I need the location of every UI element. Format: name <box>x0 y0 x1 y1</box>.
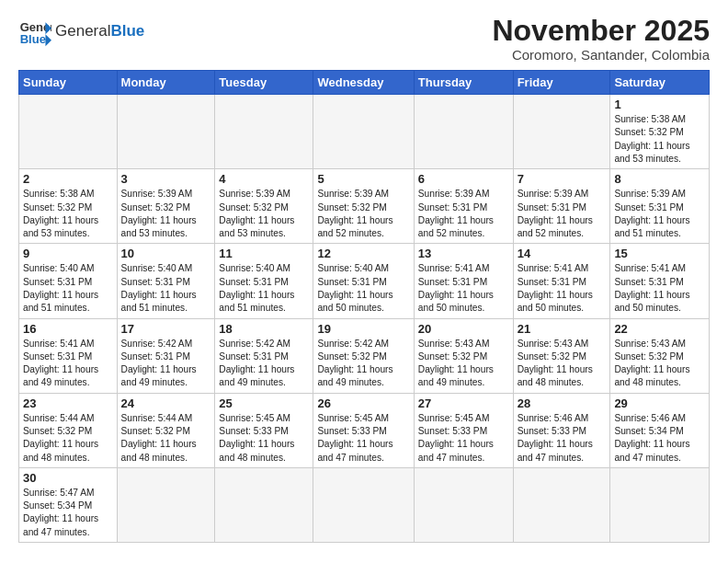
day-content: Sunrise: 5:39 AMSunset: 5:31 PMDaylight:… <box>518 188 607 240</box>
calendar-cell <box>215 95 313 169</box>
day-content: Sunrise: 5:45 AMSunset: 5:33 PMDaylight:… <box>219 412 309 465</box>
calendar-cell: 25Sunrise: 5:45 AMSunset: 5:33 PMDayligh… <box>215 393 313 467</box>
calendar-cell: 12Sunrise: 5:40 AMSunset: 5:31 PMDayligh… <box>313 244 414 318</box>
calendar-cell: 2Sunrise: 5:38 AMSunset: 5:32 PMDaylight… <box>19 169 118 244</box>
calendar-cell: 4Sunrise: 5:39 AMSunset: 5:32 PMDaylight… <box>215 169 313 244</box>
calendar-header-row: Sunday Monday Tuesday Wednesday Thursday… <box>19 71 710 95</box>
calendar-cell: 15Sunrise: 5:41 AMSunset: 5:31 PMDayligh… <box>610 244 710 318</box>
day-content: Sunrise: 5:43 AMSunset: 5:32 PMDaylight:… <box>518 338 607 390</box>
day-content: Sunrise: 5:41 AMSunset: 5:31 PMDaylight:… <box>418 262 509 315</box>
calendar-cell: 16Sunrise: 5:41 AMSunset: 5:31 PMDayligh… <box>19 318 118 393</box>
day-number: 13 <box>418 247 509 260</box>
calendar-cell: 9Sunrise: 5:40 AMSunset: 5:31 PMDaylight… <box>19 244 118 318</box>
day-content: Sunrise: 5:44 AMSunset: 5:32 PMDaylight:… <box>121 412 211 465</box>
day-content: Sunrise: 5:43 AMSunset: 5:32 PMDaylight:… <box>614 338 705 390</box>
col-friday: Friday <box>513 71 610 95</box>
day-content: Sunrise: 5:40 AMSunset: 5:31 PMDaylight:… <box>23 262 113 315</box>
calendar: Sunday Monday Tuesday Wednesday Thursday… <box>18 70 710 543</box>
day-number: 5 <box>317 172 409 186</box>
month-title: November 2025 <box>492 15 710 47</box>
calendar-cell: 8Sunrise: 5:39 AMSunset: 5:31 PMDaylight… <box>610 169 710 244</box>
calendar-cell <box>414 467 513 542</box>
day-number: 29 <box>614 396 705 410</box>
location: Coromoro, Santander, Colombia <box>492 47 710 63</box>
calendar-cell: 22Sunrise: 5:43 AMSunset: 5:32 PMDayligh… <box>610 318 710 393</box>
calendar-cell <box>313 95 414 169</box>
calendar-cell <box>117 95 215 169</box>
day-content: Sunrise: 5:39 AMSunset: 5:31 PMDaylight:… <box>614 188 705 240</box>
day-number: 25 <box>219 396 309 410</box>
calendar-cell <box>313 467 414 542</box>
day-number: 14 <box>518 247 607 260</box>
calendar-cell: 23Sunrise: 5:44 AMSunset: 5:32 PMDayligh… <box>19 393 118 467</box>
col-saturday: Saturday <box>610 71 710 95</box>
day-content: Sunrise: 5:46 AMSunset: 5:33 PMDaylight:… <box>518 412 607 465</box>
calendar-cell: 14Sunrise: 5:41 AMSunset: 5:31 PMDayligh… <box>513 244 610 318</box>
day-number: 3 <box>121 172 211 186</box>
logo: General Blue GeneralBlue <box>18 15 144 48</box>
page: General Blue GeneralBlue November 2025 C… <box>0 0 728 557</box>
calendar-cell: 11Sunrise: 5:40 AMSunset: 5:31 PMDayligh… <box>215 244 313 318</box>
calendar-cell: 24Sunrise: 5:44 AMSunset: 5:32 PMDayligh… <box>117 393 215 467</box>
calendar-week-3: 16Sunrise: 5:41 AMSunset: 5:31 PMDayligh… <box>19 318 710 393</box>
day-number: 19 <box>317 322 409 336</box>
calendar-cell: 26Sunrise: 5:45 AMSunset: 5:33 PMDayligh… <box>313 393 414 467</box>
day-number: 28 <box>518 396 607 410</box>
day-number: 30 <box>23 471 113 485</box>
day-content: Sunrise: 5:47 AMSunset: 5:34 PMDaylight:… <box>23 487 113 539</box>
calendar-cell: 28Sunrise: 5:46 AMSunset: 5:33 PMDayligh… <box>513 393 610 467</box>
calendar-cell: 27Sunrise: 5:45 AMSunset: 5:33 PMDayligh… <box>414 393 513 467</box>
day-content: Sunrise: 5:39 AMSunset: 5:32 PMDaylight:… <box>317 188 409 240</box>
day-content: Sunrise: 5:42 AMSunset: 5:31 PMDaylight:… <box>121 338 211 390</box>
col-thursday: Thursday <box>414 71 513 95</box>
day-content: Sunrise: 5:40 AMSunset: 5:31 PMDaylight:… <box>121 262 211 315</box>
day-content: Sunrise: 5:42 AMSunset: 5:31 PMDaylight:… <box>219 338 309 390</box>
day-number: 11 <box>219 247 309 260</box>
svg-text:Blue: Blue <box>20 32 46 46</box>
day-number: 12 <box>317 247 409 260</box>
day-number: 20 <box>418 322 509 336</box>
day-number: 17 <box>121 322 211 336</box>
header: General Blue GeneralBlue November 2025 C… <box>18 15 710 63</box>
day-number: 10 <box>121 247 211 260</box>
day-number: 6 <box>418 172 509 186</box>
calendar-cell: 21Sunrise: 5:43 AMSunset: 5:32 PMDayligh… <box>513 318 610 393</box>
day-content: Sunrise: 5:40 AMSunset: 5:31 PMDaylight:… <box>219 262 309 315</box>
day-number: 15 <box>614 247 705 260</box>
calendar-cell: 5Sunrise: 5:39 AMSunset: 5:32 PMDaylight… <box>313 169 414 244</box>
calendar-cell: 1Sunrise: 5:38 AMSunset: 5:32 PMDaylight… <box>610 95 710 169</box>
calendar-cell <box>19 95 118 169</box>
day-content: Sunrise: 5:43 AMSunset: 5:32 PMDaylight:… <box>418 338 509 390</box>
calendar-cell: 29Sunrise: 5:46 AMSunset: 5:34 PMDayligh… <box>610 393 710 467</box>
day-number: 16 <box>23 322 113 336</box>
title-block: November 2025 Coromoro, Santander, Colom… <box>492 15 710 63</box>
calendar-cell: 30Sunrise: 5:47 AMSunset: 5:34 PMDayligh… <box>19 467 118 542</box>
day-content: Sunrise: 5:39 AMSunset: 5:32 PMDaylight:… <box>219 188 309 240</box>
day-number: 1 <box>614 98 705 111</box>
calendar-cell <box>414 95 513 169</box>
day-content: Sunrise: 5:45 AMSunset: 5:33 PMDaylight:… <box>317 412 409 465</box>
logo-icon: General Blue <box>18 15 51 48</box>
col-wednesday: Wednesday <box>313 71 414 95</box>
calendar-cell: 6Sunrise: 5:39 AMSunset: 5:31 PMDaylight… <box>414 169 513 244</box>
day-number: 8 <box>614 172 705 186</box>
calendar-week-4: 23Sunrise: 5:44 AMSunset: 5:32 PMDayligh… <box>19 393 710 467</box>
day-content: Sunrise: 5:46 AMSunset: 5:34 PMDaylight:… <box>614 412 705 465</box>
calendar-cell <box>513 467 610 542</box>
day-number: 2 <box>23 172 113 186</box>
day-number: 22 <box>614 322 705 336</box>
day-number: 23 <box>23 396 113 410</box>
day-content: Sunrise: 5:41 AMSunset: 5:31 PMDaylight:… <box>23 338 113 390</box>
col-tuesday: Tuesday <box>215 71 313 95</box>
day-number: 4 <box>219 172 309 186</box>
day-content: Sunrise: 5:44 AMSunset: 5:32 PMDaylight:… <box>23 412 113 465</box>
day-number: 27 <box>418 396 509 410</box>
calendar-cell: 13Sunrise: 5:41 AMSunset: 5:31 PMDayligh… <box>414 244 513 318</box>
day-content: Sunrise: 5:40 AMSunset: 5:31 PMDaylight:… <box>317 262 409 315</box>
calendar-cell: 10Sunrise: 5:40 AMSunset: 5:31 PMDayligh… <box>117 244 215 318</box>
calendar-cell <box>117 467 215 542</box>
col-monday: Monday <box>117 71 215 95</box>
calendar-cell: 18Sunrise: 5:42 AMSunset: 5:31 PMDayligh… <box>215 318 313 393</box>
calendar-cell: 17Sunrise: 5:42 AMSunset: 5:31 PMDayligh… <box>117 318 215 393</box>
day-content: Sunrise: 5:39 AMSunset: 5:32 PMDaylight:… <box>121 188 211 240</box>
